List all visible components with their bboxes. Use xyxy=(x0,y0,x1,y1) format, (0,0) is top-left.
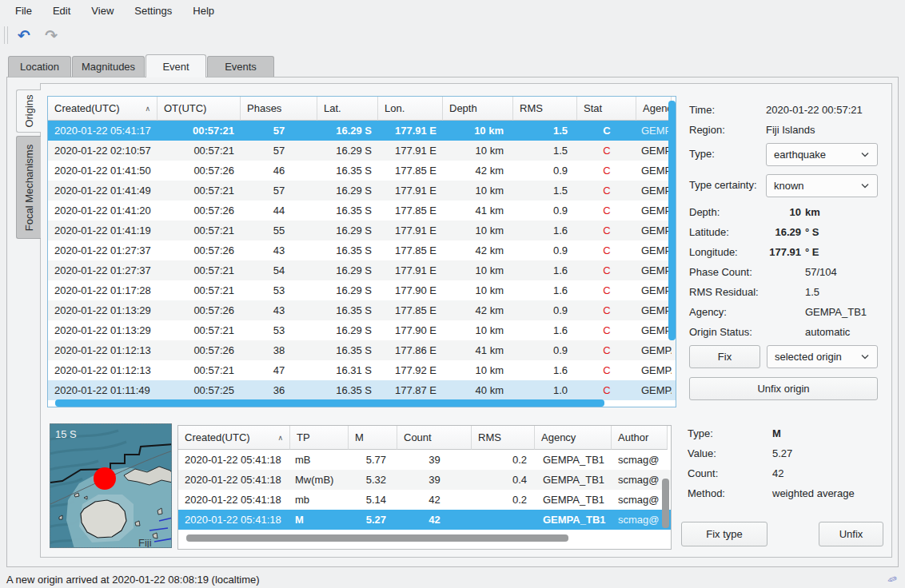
table-row[interactable]: 2020-01-22 01:17:2800:57:215316.29 S177.… xyxy=(48,280,676,300)
menu-view[interactable]: View xyxy=(82,2,122,19)
table-cell: 16.35 S xyxy=(317,201,378,220)
column-label: Depth xyxy=(449,102,477,114)
table-cell: GEMPA_TB1 xyxy=(535,490,612,510)
table-cell: 2020-01-22 01:11:49 xyxy=(48,380,157,400)
column-header-ot-utc-[interactable]: OT(UTC) xyxy=(157,97,241,121)
column-header-m[interactable]: M xyxy=(349,426,397,450)
table-cell: C xyxy=(577,360,636,380)
table-cell: 16.29 S xyxy=(317,181,378,201)
column-header-lon-[interactable]: Lon. xyxy=(378,97,443,121)
map-thumbnail[interactable]: 15 S Fiji xyxy=(50,423,172,548)
table-cell: 177.92 E xyxy=(378,360,443,380)
column-header-depth[interactable]: Depth xyxy=(443,97,513,121)
table-row[interactable]: 2020-01-22 05:41:18M5.2742GEMPA_TB1scmag… xyxy=(178,510,671,530)
menu-file[interactable]: File xyxy=(6,2,41,19)
table-row[interactable]: 2020-01-22 01:13:2900:57:215316.29 S177.… xyxy=(48,320,676,340)
table-cell: 177.85 E xyxy=(378,201,443,220)
origins-vscrollbar[interactable] xyxy=(668,101,676,340)
event-type-select[interactable]: earthquake xyxy=(766,143,878,166)
table-cell: 0.9 xyxy=(513,161,577,181)
table-row[interactable]: 2020-01-22 02:10:5700:57:215716.29 S177.… xyxy=(48,141,676,161)
type-certainty-label: Type certainty: xyxy=(689,179,757,191)
column-header-stat[interactable]: Stat xyxy=(577,97,636,121)
table-row[interactable]: 2020-01-22 01:27:3700:57:215416.29 S177.… xyxy=(48,260,676,280)
region-value: Fiji Islands xyxy=(766,123,887,137)
table-row[interactable]: 2020-01-22 01:13:2900:57:264316.35 S177.… xyxy=(48,300,676,320)
table-cell: 177.87 E xyxy=(378,380,443,400)
tab-location[interactable]: Location xyxy=(8,56,71,77)
column-header-tp[interactable]: TP xyxy=(290,426,349,450)
latitude-label: Latitude: xyxy=(689,225,729,239)
table-cell: 2020-01-22 01:13:29 xyxy=(48,320,157,340)
table-cell: 1.5 xyxy=(513,121,577,141)
tab-event[interactable]: Event xyxy=(146,54,206,77)
table-row[interactable]: 2020-01-22 05:41:18Mw(mB)5.32390.4GEMPA_… xyxy=(178,470,671,490)
table-cell: C xyxy=(577,240,636,260)
table-row[interactable]: 2020-01-22 01:41:5000:57:264616.35 S177.… xyxy=(48,161,676,181)
menu-edit[interactable]: Edit xyxy=(44,2,79,19)
type-certainty-select[interactable]: known xyxy=(766,174,878,197)
table-cell: 16.35 S xyxy=(317,300,378,320)
fix-type-button[interactable]: Fix type xyxy=(681,522,767,546)
table-row[interactable]: 2020-01-22 01:41:2000:57:264416.35 S177.… xyxy=(48,201,676,220)
table-cell: 177.85 E xyxy=(378,300,443,320)
redo-icon[interactable]: ↷ xyxy=(40,24,62,46)
tab-magnitudes[interactable]: Magnitudes xyxy=(72,56,145,77)
column-label: RMS xyxy=(478,431,501,443)
depth-unit: km xyxy=(805,206,820,218)
menu-help[interactable]: Help xyxy=(184,2,223,19)
table-cell: 177.90 E xyxy=(378,280,443,300)
column-header-phases[interactable]: Phases xyxy=(241,97,317,121)
table-row[interactable]: 2020-01-22 01:12:1300:57:263816.35 S177.… xyxy=(48,340,676,360)
table-cell: GEMPA_TB1 xyxy=(636,121,672,141)
table-cell: GEMPA_TB1 xyxy=(636,340,672,360)
column-header-agency[interactable]: Agency xyxy=(535,426,612,450)
table-row[interactable]: 2020-01-22 05:41:1700:57:215716.29 S177.… xyxy=(48,121,676,141)
magnitudes-vscrollbar[interactable] xyxy=(662,479,669,528)
table-cell: C xyxy=(577,220,636,240)
undo-icon[interactable]: ↶ xyxy=(13,24,35,46)
table-cell: 2020-01-22 01:41:50 xyxy=(48,161,157,181)
column-header-agency[interactable]: Agency xyxy=(636,97,672,121)
menu-settings[interactable]: Settings xyxy=(126,2,181,19)
table-row[interactable]: 2020-01-22 05:41:18mB5.77390.2GEMPA_TB1s… xyxy=(178,450,671,470)
table-row[interactable]: 2020-01-22 01:41:1900:57:215516.29 S177.… xyxy=(48,220,676,240)
column-header-rms[interactable]: RMS xyxy=(513,97,577,121)
column-header-created-utc-[interactable]: Created(UTC)∧ xyxy=(178,426,290,450)
table-cell: 16.29 S xyxy=(317,220,378,240)
origins-hscrollbar[interactable] xyxy=(55,399,604,407)
table-cell: 16.31 S xyxy=(317,360,378,380)
table-cell: 2020-01-22 02:10:57 xyxy=(48,141,157,161)
tab-focal-mechanisms[interactable]: Focal Mechanisms xyxy=(16,136,41,239)
column-header-author[interactable]: Author xyxy=(612,426,668,450)
fix-mode-value: selected origin xyxy=(775,351,842,363)
column-label: Lon. xyxy=(385,102,405,114)
table-cell: 00:57:21 xyxy=(157,141,241,161)
table-cell: GEMPA_TB1 xyxy=(636,181,672,201)
table-row[interactable]: 2020-01-22 01:12:1300:57:214716.31 S177.… xyxy=(48,360,676,380)
table-row[interactable]: 2020-01-22 01:11:4900:57:253616.35 S177.… xyxy=(48,380,676,400)
type-label: Type: xyxy=(689,148,715,160)
fix-mode-select[interactable]: selected origin xyxy=(767,345,878,368)
tab-events[interactable]: Events xyxy=(207,56,274,77)
column-header-lat-[interactable]: Lat. xyxy=(317,97,378,121)
magnitudes-hscrollbar[interactable] xyxy=(186,534,568,542)
table-cell: GEMPA_TB1 xyxy=(636,300,672,320)
toolbar-drag-handle[interactable] xyxy=(4,26,8,44)
column-header-created-utc-[interactable]: Created(UTC)∧ xyxy=(48,97,157,121)
table-cell: GEMPA_TB1 xyxy=(535,510,612,530)
table-row[interactable]: 2020-01-22 01:41:4900:57:215716.29 S177.… xyxy=(48,181,676,201)
fix-button[interactable]: Fix xyxy=(689,345,760,368)
table-cell: 55 xyxy=(241,220,317,240)
column-header-rms[interactable]: RMS xyxy=(472,426,535,450)
tab-origins[interactable]: Origins xyxy=(16,89,41,133)
unfix-button[interactable]: Unfix xyxy=(819,522,883,546)
column-label: Author xyxy=(618,431,648,443)
unfix-origin-button[interactable]: Unfix origin xyxy=(689,377,878,400)
table-row[interactable]: 2020-01-22 01:27:3700:57:264316.35 S177.… xyxy=(48,240,676,260)
table-cell: 1.6 xyxy=(513,360,577,380)
table-cell: 00:57:21 xyxy=(157,220,241,240)
column-header-count[interactable]: Count xyxy=(397,426,472,450)
table-row[interactable]: 2020-01-22 05:41:18mb5.14420.2GEMPA_TB1s… xyxy=(178,490,671,510)
column-label: RMS xyxy=(520,102,543,114)
